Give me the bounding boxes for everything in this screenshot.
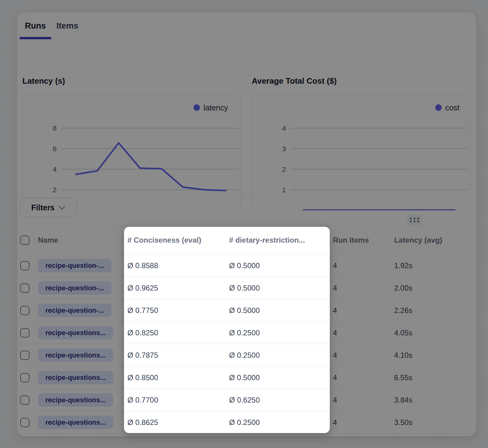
conciseness-cell: Ø 0.9625	[124, 284, 226, 292]
dietary-restriction-cell: Ø 0.6250	[226, 396, 330, 404]
row-select-cell	[17, 283, 35, 293]
column-header-dietary-restriction: # dietary-restriction...	[226, 236, 330, 245]
row-checkbox[interactable]	[20, 283, 30, 293]
row-select-cell	[17, 261, 35, 270]
svg-text:4: 4	[282, 124, 286, 132]
filters-button[interactable]: Filters	[20, 198, 77, 217]
conciseness-cell: Ø 0.7750	[124, 306, 226, 315]
table-row: recipe-questions... Ø 0.8625 Ø 0.2500 4 …	[17, 411, 476, 434]
svg-text:6: 6	[53, 145, 57, 153]
svg-text:3: 3	[282, 145, 286, 153]
row-select-cell	[17, 373, 35, 382]
row-checkbox[interactable]	[20, 418, 30, 427]
dietary-restriction-cell: Ø 0.2500	[226, 351, 330, 360]
table-row: recipe-question-... Ø 0.8588 Ø 0.5000 4 …	[17, 254, 476, 277]
table-row: recipe-questions... Ø 0.7875 Ø 0.2500 4 …	[17, 344, 476, 366]
dietary-restriction-cell: Ø 0.5000	[226, 284, 330, 292]
dietary-restriction-cell: Ø 0.2500	[226, 418, 330, 427]
tab-runs-label: Runs	[25, 21, 46, 31]
run-items-cell: 4	[330, 396, 391, 404]
column-header-conciseness: # Conciseness (eval)	[124, 236, 226, 245]
dietary-restriction-cell: Ø 0.5000	[226, 261, 330, 270]
latency-avg-cell: 4.05s	[391, 329, 476, 337]
run-items-cell: 4	[330, 418, 391, 427]
cost-chart-title: Average Total Cost ($)	[252, 76, 337, 86]
svg-text:8: 8	[53, 124, 57, 132]
run-items-cell: 4	[330, 284, 391, 292]
table-row: recipe-questions... Ø 0.8500 Ø 0.5000 4 …	[17, 366, 476, 389]
table-row: recipe-question-... Ø 0.9625 Ø 0.5000 4 …	[17, 277, 476, 299]
conciseness-cell: Ø 0.7700	[124, 396, 226, 404]
runs-panel: Runs Items Latency (s) Average Total Cos…	[17, 12, 476, 436]
run-name-cell: recipe-question-...	[35, 281, 124, 295]
column-header-run-items: Run Items	[330, 236, 391, 245]
tab-items-label: Items	[57, 21, 79, 31]
latency-avg-cell: 3.84s	[391, 396, 476, 404]
svg-text:2: 2	[53, 186, 57, 194]
tab-runs[interactable]: Runs	[20, 12, 51, 39]
conciseness-cell: Ø 0.8500	[124, 373, 226, 382]
run-name-badge[interactable]: recipe-question-...	[38, 304, 112, 317]
row-checkbox[interactable]	[20, 373, 30, 382]
chevron-down-icon	[58, 206, 65, 210]
svg-text:latency: latency	[204, 103, 228, 112]
page: { "tabs": {"runs": "Runs", "items": "Ite…	[0, 0, 488, 448]
svg-text:4: 4	[53, 165, 57, 173]
latency-avg-cell: 2.26s	[391, 306, 476, 315]
select-all-checkbox[interactable]	[20, 236, 30, 245]
select-all-cell	[17, 236, 35, 245]
table-body: recipe-question-... Ø 0.8588 Ø 0.5000 4 …	[17, 254, 476, 434]
row-select-cell	[17, 418, 35, 427]
run-name-badge[interactable]: recipe-questions...	[38, 393, 113, 407]
latency-avg-cell: 6.55s	[391, 373, 476, 382]
table-row: recipe-question-... Ø 0.7750 Ø 0.5000 4 …	[17, 299, 476, 322]
run-items-cell: 4	[330, 351, 391, 360]
run-name-cell: recipe-questions...	[35, 371, 124, 384]
latency-avg-cell: 2.00s	[391, 284, 476, 292]
filters-button-label: Filters	[31, 203, 54, 212]
svg-text:2: 2	[282, 165, 286, 173]
table-row: recipe-questions... Ø 0.8250 Ø 0.2500 4 …	[17, 322, 476, 344]
conciseness-cell: Ø 0.8588	[124, 261, 226, 270]
row-select-cell	[17, 328, 35, 338]
column-header-latency-avg: Latency (avg)	[391, 236, 476, 245]
dietary-restriction-cell: Ø 0.5000	[226, 306, 330, 315]
run-items-cell: 4	[330, 261, 391, 270]
run-name-badge[interactable]: recipe-question-...	[38, 281, 112, 295]
run-name-cell: recipe-questions...	[35, 326, 124, 339]
active-tab-underline	[20, 37, 51, 39]
section-resize-handle[interactable]	[407, 215, 421, 225]
run-name-cell: recipe-questions...	[35, 416, 124, 429]
tabs-bar: Runs Items	[17, 12, 476, 40]
svg-text:cost: cost	[445, 103, 460, 112]
row-select-cell	[17, 306, 35, 315]
run-name-cell: recipe-question-...	[35, 259, 124, 272]
run-name-badge[interactable]: recipe-questions...	[38, 326, 113, 339]
table-header-row: Name # Conciseness (eval) # dietary-rest…	[17, 226, 476, 254]
row-checkbox[interactable]	[20, 328, 30, 338]
runs-table: Name # Conciseness (eval) # dietary-rest…	[17, 226, 476, 434]
latency-avg-cell: 1.92s	[391, 261, 476, 270]
svg-text:1: 1	[282, 186, 286, 194]
run-name-badge[interactable]: recipe-questions...	[38, 371, 113, 384]
row-checkbox[interactable]	[20, 395, 30, 405]
conciseness-cell: Ø 0.7875	[124, 351, 226, 360]
run-name-cell: recipe-questions...	[35, 393, 124, 407]
charts-section: Latency (s) Average Total Cost ($) 2468l…	[17, 40, 476, 193]
run-name-badge[interactable]: recipe-question-...	[38, 259, 112, 272]
run-items-cell: 4	[330, 373, 391, 382]
latency-avg-cell: 4.10s	[391, 351, 476, 360]
run-name-cell: recipe-question-...	[35, 304, 124, 317]
row-checkbox[interactable]	[20, 351, 30, 360]
row-checkbox[interactable]	[20, 261, 30, 270]
tab-items[interactable]: Items	[51, 12, 84, 39]
drag-handle-icon	[410, 218, 419, 222]
row-checkbox[interactable]	[20, 306, 30, 315]
dietary-restriction-cell: Ø 0.5000	[226, 373, 330, 382]
latency-chart-title: Latency (s)	[22, 76, 65, 86]
table-row: recipe-questions... Ø 0.7700 Ø 0.6250 4 …	[17, 389, 476, 411]
run-name-badge[interactable]: recipe-questions...	[38, 416, 113, 429]
run-name-cell: recipe-questions...	[35, 348, 124, 362]
run-name-badge[interactable]: recipe-questions...	[38, 348, 113, 362]
latency-avg-cell: 3.50s	[391, 418, 476, 427]
